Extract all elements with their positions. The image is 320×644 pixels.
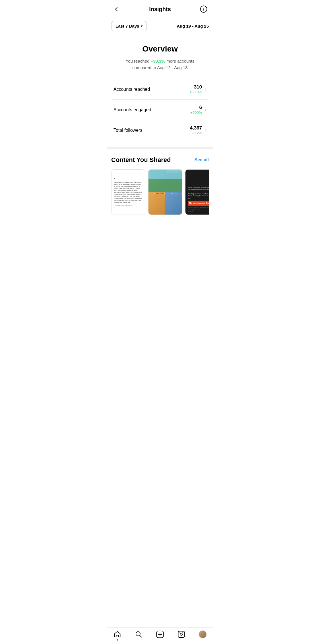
header: Insights i <box>107 0 213 18</box>
overview-highlight: +38.3% <box>151 59 165 63</box>
stat-accounts-reached[interactable]: Accounts reached 310 +38.3% › <box>112 79 208 99</box>
date-range-label: Aug 19 - Aug 25 <box>177 24 209 28</box>
filter-button[interactable]: Last 7 Days ▾ <box>111 21 147 31</box>
stat-total-followers[interactable]: Total followers 4,367 -0.2% › <box>112 120 208 140</box>
stat-number-total-followers: 4,367 <box>190 125 202 131</box>
chevron-right-icon-2: › <box>205 107 207 113</box>
stat-values-accounts-engaged: 6 +200% <box>190 105 202 115</box>
svg-text:i: i <box>203 7 204 11</box>
card-3-handle: @metav3rse <box>188 211 209 212</box>
card-1-text: Everyone who is reading this article in … <box>114 182 143 203</box>
stat-change-accounts-engaged: +200% <box>190 110 202 115</box>
content-title: Content You Shared <box>111 156 171 164</box>
stat-number-accounts-engaged: 6 <box>190 105 202 110</box>
overview-section: Overview You reached +38.3% more account… <box>107 35 213 149</box>
stat-accounts-engaged[interactable]: Accounts engaged 6 +200% › <box>112 99 208 120</box>
content-cards: " Everyone who is reading this article i… <box>111 169 209 217</box>
page-title: Insights <box>149 6 171 13</box>
chevron-right-icon: › <box>205 86 207 92</box>
card-1-attribution: — SARAH JEONG, THE VERGE <box>114 205 143 207</box>
stat-label-accounts-reached: Accounts reached <box>113 87 150 92</box>
content-section: Content You Shared See all " Everyone wh… <box>107 149 213 222</box>
stat-values-accounts-reached: 310 +38.3% <box>189 84 202 94</box>
stat-right-accounts-reached: 310 +38.3% › <box>189 84 207 94</box>
ai-label-3: AI-GENERATED IMAGE <box>171 193 181 194</box>
card-3-sub: Our basic assumptions about photos captu… <box>188 207 209 210</box>
content-card-3[interactable]: Google has recently launched the Pixel 9… <box>185 169 209 215</box>
see-all-button[interactable]: See all <box>194 157 209 162</box>
overview-title: Overview <box>112 44 208 54</box>
card-3-headline: No one's ready for this <box>189 202 209 205</box>
stat-label-total-followers: Total followers <box>113 128 142 133</box>
stat-change-total-followers: -0.2% <box>190 131 202 135</box>
chevron-down-icon: ▾ <box>141 24 143 28</box>
content-card-2[interactable]: AI-GENERATED IMAGE AI-GENERATED IMAGE AI… <box>148 169 182 215</box>
stat-change-accounts-reached: +38.3% <box>189 90 202 94</box>
stats-list: Accounts reached 310 +38.3% › Accounts e… <box>112 79 208 140</box>
stat-right-total-followers: 4,367 -0.2% › <box>190 125 207 135</box>
stat-label-accounts-engaged: Accounts engaged <box>113 107 151 112</box>
stat-values-total-followers: 4,367 -0.2% <box>190 125 202 135</box>
chevron-right-icon-3: › <box>205 127 207 133</box>
content-card-1[interactable]: " Everyone who is reading this article i… <box>111 169 145 215</box>
card-3-text: Google has recently launched the Pixel 9… <box>188 186 209 199</box>
overview-prefix: You reached <box>126 59 151 63</box>
overview-subtitle: You reached +38.3% more accountscompared… <box>112 58 208 71</box>
filter-row: Last 7 Days ▾ Aug 19 - Aug 25 <box>107 18 213 35</box>
stat-right-accounts-engaged: 6 +200% › <box>190 105 207 115</box>
ai-label-2: AI-GENERATED IMAGE <box>154 193 165 194</box>
content-header: Content You Shared See all <box>111 156 209 164</box>
card-3-highlight: No one's ready for this <box>188 201 209 206</box>
back-button[interactable] <box>111 4 121 14</box>
stat-number-accounts-reached: 310 <box>189 84 202 90</box>
info-button[interactable]: i <box>199 4 209 14</box>
filter-label: Last 7 Days <box>115 24 139 28</box>
card-1-quote: " <box>114 178 143 180</box>
